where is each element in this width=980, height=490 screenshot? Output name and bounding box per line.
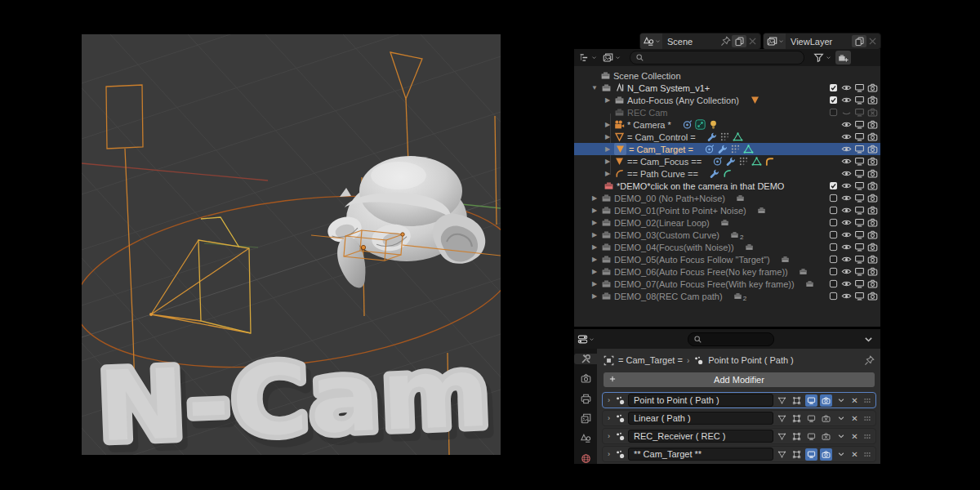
edit-mode-toggle[interactable]	[776, 430, 788, 443]
pin-icon[interactable]	[720, 36, 731, 47]
modifier-name-field[interactable]: Point to Point ( Path )	[628, 394, 773, 407]
modifier-extras-dropdown[interactable]	[835, 448, 847, 461]
hide-eye-toggle[interactable]	[840, 155, 853, 167]
new-scene-button[interactable]	[732, 35, 746, 47]
checkbox-disabled[interactable]	[826, 204, 840, 216]
viewport-display-toggle[interactable]	[805, 412, 817, 425]
checkbox-disabled[interactable]	[826, 265, 840, 278]
scene-selector[interactable]: Scene	[639, 33, 761, 50]
outliner-row-demo-05[interactable]: ▶ DEMO_05(Auto Focus Follow "Target")	[574, 253, 880, 265]
edit-mode-toggle[interactable]	[776, 412, 788, 425]
render-disable-toggle[interactable]	[866, 290, 879, 302]
modifier-extras-dropdown[interactable]	[835, 394, 847, 407]
checkbox-disabled[interactable]	[826, 253, 840, 265]
viewport-disable-toggle[interactable]	[853, 131, 866, 143]
render-disable-toggle[interactable]	[866, 216, 879, 229]
hide-eye-toggle[interactable]	[840, 241, 853, 253]
render-disable-toggle[interactable]	[866, 82, 879, 94]
checkbox-disabled[interactable]	[826, 241, 840, 253]
hide-eye-toggle[interactable]	[840, 118, 853, 131]
tab-output[interactable]	[576, 394, 595, 404]
viewport-disable-toggle[interactable]	[853, 167, 866, 180]
outliner-row-camera[interactable]: ▶ * Camera *	[574, 118, 880, 131]
render-disable-toggle[interactable]	[866, 253, 879, 265]
viewport-disable-toggle[interactable]	[853, 155, 866, 167]
unlink-scene-icon[interactable]	[747, 36, 758, 47]
outliner-row-demo-00[interactable]: ▶ DEMO_00 (No Path+Noise)	[574, 192, 880, 204]
hide-eye-toggle[interactable]	[840, 131, 853, 143]
viewport-disable-toggle[interactable]	[853, 118, 866, 131]
outliner-row-demo-note[interactable]: *DEMO*click on the camera in that DEMO	[574, 180, 880, 192]
tab-render[interactable]	[576, 373, 595, 384]
hide-eye-toggle[interactable]	[840, 192, 853, 204]
outliner-row-demo-08[interactable]: ▶ DEMO_08(REC Cam path) 2	[574, 290, 880, 302]
modifier-name-field[interactable]: REC_Receiver ( REC )	[628, 430, 773, 443]
render-disable-toggle[interactable]	[866, 278, 879, 290]
checkbox-disabled[interactable]	[826, 216, 840, 229]
viewport-disable-toggle[interactable]	[853, 180, 866, 192]
outliner-row-rec-cam[interactable]: REC Cam	[574, 106, 880, 118]
properties-search-input[interactable]	[688, 332, 774, 346]
filter-collection-dropdown[interactable]	[601, 51, 622, 64]
render-disable-toggle[interactable]	[866, 229, 879, 241]
modifier-row-linear[interactable]: › Linear ( Path ) ✕	[602, 410, 876, 426]
expander-icon[interactable]: ▶	[590, 268, 599, 275]
viewport-disable-toggle[interactable]	[853, 143, 866, 155]
add-modifier-button[interactable]: Add Modifier	[604, 372, 875, 387]
expand-icon[interactable]: ›	[605, 432, 612, 440]
viewlayer-browse-dropdown[interactable]	[764, 33, 786, 49]
render-disable-toggle[interactable]	[866, 94, 879, 106]
remove-viewlayer-icon[interactable]	[867, 36, 878, 47]
expander-icon[interactable]: ▶	[604, 133, 612, 140]
cage-toggle[interactable]	[791, 430, 803, 443]
edit-mode-toggle[interactable]	[776, 394, 788, 407]
expander-icon[interactable]: ▶	[604, 96, 612, 104]
expander-icon[interactable]: ▶	[590, 280, 599, 287]
hide-eye-toggle[interactable]	[840, 167, 853, 180]
3d-viewport[interactable]: N-Cam N-Cam	[82, 34, 501, 455]
hide-eye-toggle[interactable]	[840, 143, 853, 155]
expander-icon[interactable]: ▶	[604, 145, 612, 153]
hide-eye-toggle[interactable]	[840, 180, 853, 192]
viewport-disable-toggle[interactable]	[853, 82, 866, 94]
checkbox-enabled[interactable]	[826, 94, 840, 106]
filter-dropdown[interactable]	[812, 51, 833, 64]
viewport-disable-toggle[interactable]	[853, 106, 866, 118]
hide-eye-toggle[interactable]	[840, 94, 853, 106]
expander-icon[interactable]: ▶	[590, 256, 599, 263]
viewport-disable-toggle[interactable]	[853, 278, 866, 290]
hide-eye-toggle[interactable]	[840, 278, 853, 290]
scene-name[interactable]: Scene	[662, 37, 720, 47]
tab-tool[interactable]	[574, 354, 597, 364]
render-display-toggle[interactable]	[820, 448, 832, 461]
expander-icon[interactable]: ▶	[590, 231, 599, 238]
viewport-display-toggle[interactable]	[805, 448, 817, 461]
outliner-row-demo-01[interactable]: ▶ DEMO_01(Point to Point+ Noise)	[574, 204, 880, 216]
expander-icon[interactable]: ▶	[604, 170, 612, 177]
hide-eye-toggle[interactable]	[840, 265, 853, 278]
editor-type-dropdown[interactable]	[574, 334, 598, 345]
render-disable-toggle[interactable]	[866, 106, 879, 118]
viewport-display-toggle[interactable]	[805, 430, 817, 443]
outliner-row-demo-06[interactable]: ▶ DEMO_06(Auto Focus Free(No key frame))	[574, 265, 880, 278]
edit-mode-toggle[interactable]	[776, 448, 788, 461]
drag-handle-icon[interactable]	[862, 431, 873, 442]
breadcrumb-object[interactable]: = Cam_Target =	[618, 355, 683, 365]
expander-icon[interactable]: ▶	[590, 219, 599, 226]
expander-icon[interactable]: ▼	[590, 84, 599, 91]
outliner-row-auto-focus[interactable]: ▶ Auto-Focus (Any Collection)	[574, 94, 880, 106]
hide-eye-toggle[interactable]	[840, 204, 853, 216]
expander-icon[interactable]: ▶	[604, 121, 612, 128]
hide-eye-toggle[interactable]	[840, 290, 853, 302]
checkbox-disabled[interactable]	[826, 192, 840, 204]
outliner-row-demo-03[interactable]: ▶ DEMO_03(Custom Curve) 2	[574, 229, 880, 241]
drag-handle-icon[interactable]	[862, 395, 873, 406]
delete-modifier-button[interactable]: ✕	[849, 414, 860, 423]
hide-eye-toggle[interactable]	[840, 106, 853, 118]
cage-toggle[interactable]	[791, 448, 803, 461]
expander-icon[interactable]: ▶	[604, 158, 612, 165]
viewport-disable-toggle[interactable]	[853, 229, 866, 241]
checkbox-enabled[interactable]	[826, 180, 840, 192]
viewport-disable-toggle[interactable]	[853, 204, 866, 216]
cage-toggle[interactable]	[791, 394, 803, 407]
